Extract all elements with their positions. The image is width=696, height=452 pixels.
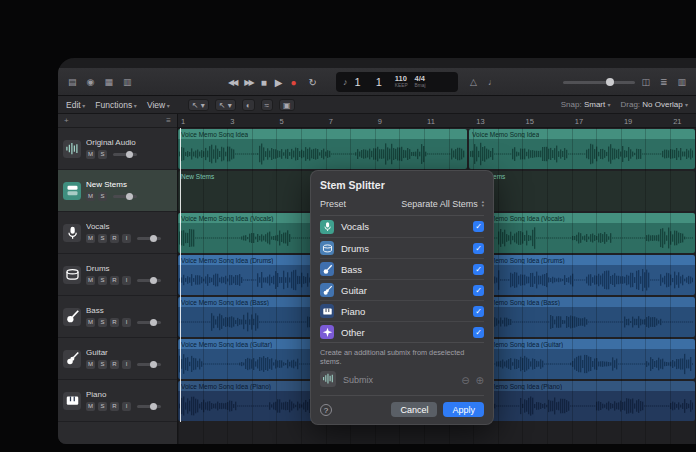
display-mode-icon[interactable]: ◫ xyxy=(641,74,650,90)
record-enable-button[interactable]: R xyxy=(110,276,119,285)
browsers-icon[interactable]: ▥ xyxy=(677,74,686,90)
count-in-icon[interactable]: ♩ xyxy=(488,74,497,90)
volume-knob[interactable] xyxy=(606,78,614,86)
mixer-icon[interactable]: ▥ xyxy=(123,74,132,90)
inspector-icon[interactable]: ◉ xyxy=(87,74,95,90)
input-monitor-button[interactable]: I xyxy=(122,318,131,327)
track-header-bass[interactable]: BassMSRI xyxy=(58,296,177,338)
record-enable-button[interactable]: R xyxy=(110,402,119,411)
track-volume-slider[interactable] xyxy=(137,279,161,282)
audio-region[interactable]: New Stems xyxy=(469,171,695,211)
preset-popup[interactable]: Separate All Stems ▴▾ xyxy=(401,199,484,209)
audio-region[interactable]: Voice Memo Song Idea xyxy=(178,129,467,169)
solo-button[interactable]: S xyxy=(98,402,107,411)
track-volume-slider[interactable] xyxy=(113,195,137,198)
record-enable-button[interactable]: R xyxy=(110,318,119,327)
slider-knob[interactable] xyxy=(150,361,157,368)
list-editors-icon[interactable]: ≣ xyxy=(660,74,668,90)
slider-knob[interactable] xyxy=(150,235,157,242)
stem-checkbox[interactable]: ✓ xyxy=(473,243,484,254)
add-track-button[interactable]: + xyxy=(64,116,69,125)
input-monitor-button[interactable]: I xyxy=(122,234,131,243)
record-enable-button[interactable]: R xyxy=(110,234,119,243)
apply-button[interactable]: Apply xyxy=(443,402,484,417)
submix-remove-button[interactable]: ⊖ xyxy=(461,375,469,386)
track-header-guitar[interactable]: GuitarMSRI xyxy=(58,338,177,380)
library-icon[interactable]: ▤ xyxy=(68,74,77,90)
zoom-tool-icon[interactable]: ▣ xyxy=(279,99,295,111)
track-volume-slider[interactable] xyxy=(137,237,161,240)
stem-checkbox[interactable]: ✓ xyxy=(473,327,484,338)
smart-controls-icon[interactable]: ▦ xyxy=(104,74,113,90)
slider-knob[interactable] xyxy=(150,403,157,410)
stem-checkbox[interactable]: ✓ xyxy=(473,306,484,317)
mute-button[interactable]: M xyxy=(86,402,95,411)
stem-checkbox[interactable]: ✓ xyxy=(473,221,484,232)
track-header-new-stems[interactable]: New StemsMS xyxy=(58,170,177,212)
track-header-piano[interactable]: PianoMSRI xyxy=(58,380,177,422)
playhead-position[interactable]: 1 1 xyxy=(355,76,388,88)
track-volume-slider[interactable] xyxy=(113,153,137,156)
command-tool-selector[interactable]: ↖ ▾ xyxy=(215,99,236,111)
cancel-button[interactable]: Cancel xyxy=(391,402,437,417)
metronome-icon[interactable]: △ xyxy=(470,74,477,90)
menu-edit[interactable]: Edit ▾ xyxy=(66,100,85,110)
solo-button[interactable]: S xyxy=(98,276,107,285)
tempo-value[interactable]: 110 xyxy=(395,75,407,83)
slider-knob[interactable] xyxy=(150,277,157,284)
track-header-original-audio[interactable]: Original AudioMS xyxy=(58,128,177,170)
master-volume-slider[interactable] xyxy=(563,81,635,84)
track-volume-slider[interactable] xyxy=(137,405,161,408)
mute-button[interactable]: M xyxy=(86,234,95,243)
flex-time-icon[interactable]: ≈ xyxy=(261,99,273,111)
forward-button[interactable]: ▶▶ xyxy=(244,78,252,87)
mute-button[interactable]: M xyxy=(86,192,95,201)
track-volume-slider[interactable] xyxy=(137,363,161,366)
stop-button[interactable]: ■ xyxy=(261,77,267,88)
automation-icon[interactable]: ◐ xyxy=(242,99,255,111)
bar-ruler[interactable]: 13579111315171921 xyxy=(178,114,696,128)
submix-add-button[interactable]: ⊕ xyxy=(476,375,484,386)
solo-button[interactable]: S xyxy=(98,150,107,159)
mute-button[interactable]: M xyxy=(86,318,95,327)
input-monitor-button[interactable]: I xyxy=(122,360,131,369)
playhead[interactable] xyxy=(180,128,181,422)
input-monitor-button[interactable]: I xyxy=(122,276,131,285)
pointer-tool-selector[interactable]: ↖ ▾ xyxy=(188,99,209,111)
audio-region[interactable]: Voice Memo Song Idea (Piano) xyxy=(469,381,695,421)
input-monitor-button[interactable]: I xyxy=(122,402,131,411)
track-options-icon[interactable]: ≡ xyxy=(166,116,171,125)
stem-checkbox[interactable]: ✓ xyxy=(473,264,484,275)
audio-region[interactable]: Voice Memo Song Idea (Guitar) xyxy=(469,339,695,379)
slider-knob[interactable] xyxy=(126,193,133,200)
audio-region[interactable]: Voice Memo Song Idea (Vocals) xyxy=(469,213,695,253)
solo-button[interactable]: S xyxy=(98,192,107,201)
help-button[interactable]: ? xyxy=(320,404,332,416)
stem-checkbox[interactable]: ✓ xyxy=(473,285,484,296)
solo-button[interactable]: S xyxy=(98,234,107,243)
rewind-button[interactable]: ◀◀ xyxy=(228,78,236,87)
audio-region[interactable]: Voice Memo Song Idea (Drums) xyxy=(469,255,695,295)
play-button[interactable]: ▶ xyxy=(275,77,283,88)
mute-button[interactable]: M xyxy=(86,276,95,285)
audio-region[interactable]: Voice Memo Song Idea xyxy=(469,129,695,169)
slider-knob[interactable] xyxy=(150,319,157,326)
slider-knob[interactable] xyxy=(126,151,133,158)
time-signature[interactable]: 4/4 xyxy=(415,75,425,83)
track-header-vocals[interactable]: VocalsMSRI xyxy=(58,212,177,254)
menu-view[interactable]: View ▾ xyxy=(147,100,170,110)
mute-button[interactable]: M xyxy=(86,150,95,159)
snap-menu[interactable]: Snap: Smart ▾ xyxy=(561,100,611,109)
track-volume-slider[interactable] xyxy=(137,321,161,324)
record-enable-button[interactable]: R xyxy=(110,360,119,369)
mute-button[interactable]: M xyxy=(86,360,95,369)
solo-button[interactable]: S xyxy=(98,318,107,327)
menu-functions[interactable]: Functions ▾ xyxy=(95,100,137,110)
record-button[interactable]: ● xyxy=(290,77,296,88)
lcd-display[interactable]: ♪ 1 1 110 KEEP 4/4 Bmaj xyxy=(336,72,458,92)
drag-menu[interactable]: Drag: No Overlap ▾ xyxy=(620,100,688,109)
solo-button[interactable]: S xyxy=(98,360,107,369)
audio-region[interactable]: Voice Memo Song Idea (Bass) xyxy=(469,297,695,337)
cycle-button[interactable]: ↻ xyxy=(308,77,316,88)
track-header-drums[interactable]: DrumsMSRI xyxy=(58,254,177,296)
